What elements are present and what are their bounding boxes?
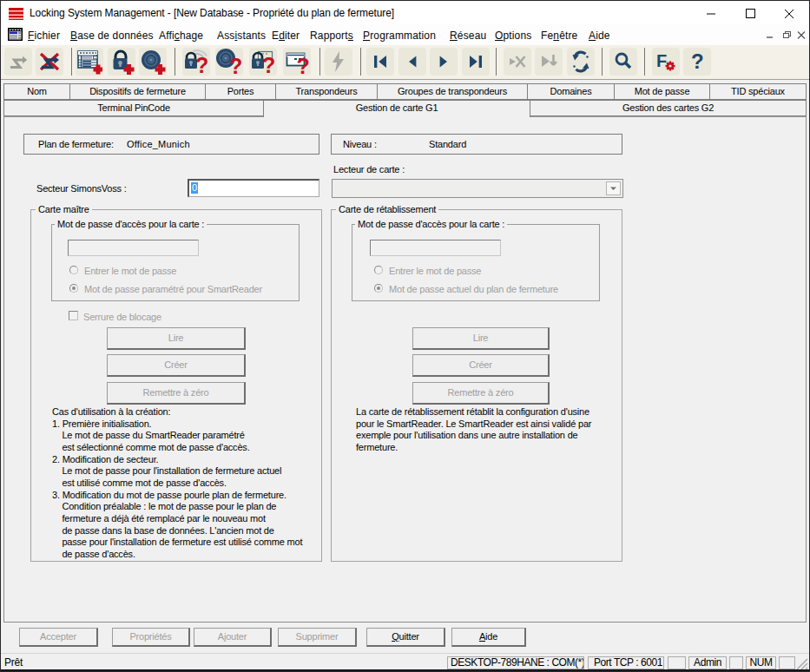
svg-text:?: ? <box>297 54 310 76</box>
svg-text:?: ? <box>691 49 704 73</box>
svg-text:?: ? <box>195 53 208 76</box>
svg-text:?: ? <box>229 54 242 76</box>
svg-text:?: ? <box>262 53 275 76</box>
svg-text:F: F <box>656 51 667 70</box>
